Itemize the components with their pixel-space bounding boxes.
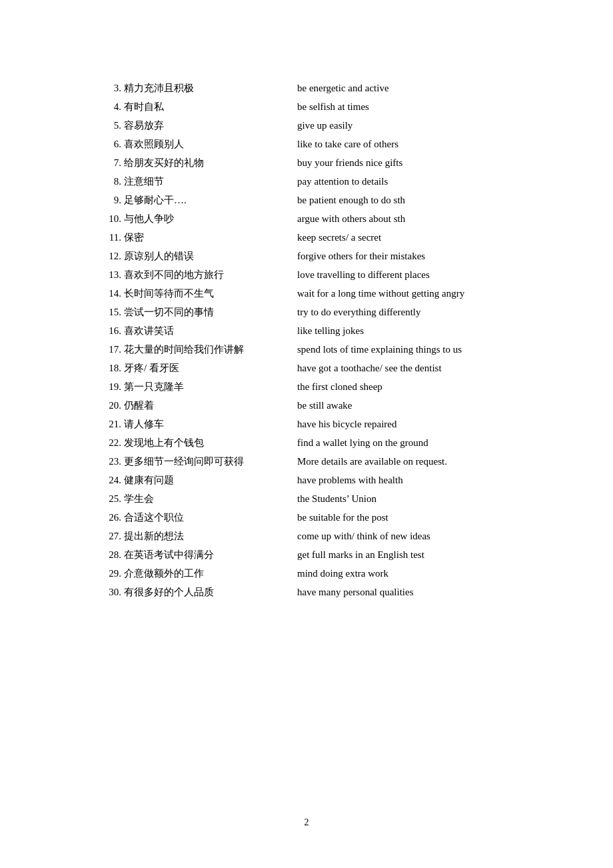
list-item: 26.合适这个职位be suitable for the post (100, 509, 560, 525)
item-english: be energetic and active (297, 80, 560, 96)
item-english: wait for a long time without getting ang… (297, 285, 560, 301)
item-english: mind doing extra work (297, 565, 560, 581)
item-english: like to take care of others (297, 136, 560, 152)
list-item: 7.给朋友买好的礼物buy your friends nice gifts (100, 155, 560, 171)
item-number: 16. (100, 323, 121, 339)
item-number: 18. (100, 360, 121, 376)
item-english: try to do everything differently (297, 304, 560, 320)
list-item: 28.在英语考试中得满分get full marks in an English… (100, 547, 560, 563)
page-container: 3.精力充沛且积极be energetic and active4.有时自私be… (0, 0, 613, 656)
item-english: pay attention to details (297, 173, 560, 189)
item-chinese: 给朋友买好的礼物 (124, 155, 284, 171)
item-english: get full marks in an English test (297, 547, 560, 563)
item-english: be patient enough to do sth (297, 192, 560, 208)
list-item: 27.提出新的想法come up with/ think of new idea… (100, 528, 560, 544)
item-chinese: 容易放弃 (124, 117, 284, 133)
item-number: 11. (100, 229, 121, 245)
item-number: 5. (100, 117, 121, 133)
item-number: 3. (100, 80, 121, 96)
list-item: 13.喜欢到不同的地方旅行love travelling to differen… (100, 267, 560, 283)
item-number: 8. (100, 173, 121, 189)
item-chinese: 牙疼/ 看牙医 (124, 360, 284, 376)
item-english: have problems with health (297, 472, 560, 488)
item-chinese: 提出新的想法 (124, 528, 284, 544)
item-chinese: 尝试一切不同的事情 (124, 304, 284, 320)
list-item: 3.精力充沛且积极be energetic and active (100, 80, 560, 96)
item-number: 26. (100, 509, 121, 525)
item-number: 29. (100, 565, 121, 581)
item-number: 25. (100, 491, 121, 507)
item-english: have got a toothache/ see the dentist (297, 360, 560, 376)
item-english: be selfish at times (297, 99, 560, 115)
list-item: 29.介意做额外的工作mind doing extra work (100, 565, 560, 581)
item-number: 20. (100, 397, 121, 413)
item-english: argue with others about sth (297, 211, 560, 227)
item-chinese: 请人修车 (124, 416, 284, 432)
item-chinese: 更多细节一经询问即可获得 (124, 453, 284, 469)
item-chinese: 原谅别人的错误 (124, 248, 284, 264)
item-chinese: 在英语考试中得满分 (124, 547, 284, 563)
item-number: 14. (100, 285, 121, 301)
item-number: 4. (100, 99, 121, 115)
list-item: 17.花大量的时间给我们作讲解spend lots of time explai… (100, 341, 560, 357)
item-chinese: 学生会 (124, 491, 284, 507)
item-chinese: 花大量的时间给我们作讲解 (124, 341, 284, 357)
list-item: 19.第一只克隆羊the first cloned sheep (100, 379, 560, 395)
item-english: forgive others for their mistakes (297, 248, 560, 264)
item-english: be still awake (297, 397, 560, 413)
item-number: 15. (100, 304, 121, 320)
list-item: 15.尝试一切不同的事情try to do everything differe… (100, 304, 560, 320)
item-number: 28. (100, 547, 121, 563)
item-chinese: 发现地上有个钱包 (124, 435, 284, 451)
vocab-list: 3.精力充沛且积极be energetic and active4.有时自私be… (100, 80, 560, 600)
list-item: 20.仍醒着be still awake (100, 397, 560, 413)
item-chinese: 介意做额外的工作 (124, 565, 284, 581)
item-english: come up with/ think of new ideas (297, 528, 560, 544)
item-english: love travelling to different places (297, 267, 560, 283)
item-english: have many personal qualities (297, 584, 560, 600)
item-english: give up easily (297, 117, 560, 133)
list-item: 22.发现地上有个钱包find a wallet lying on the gr… (100, 435, 560, 451)
list-item: 23.更多细节一经询问即可获得More details are availabl… (100, 453, 560, 469)
item-chinese: 合适这个职位 (124, 509, 284, 525)
list-item: 5.容易放弃give up easily (100, 117, 560, 133)
item-number: 10. (100, 211, 121, 227)
item-chinese: 仍醒着 (124, 397, 284, 413)
item-chinese: 长时间等待而不生气 (124, 285, 284, 301)
item-chinese: 保密 (124, 229, 284, 245)
list-item: 16.喜欢讲笑话like telling jokes (100, 323, 560, 339)
list-item: 14.长时间等待而不生气wait for a long time without… (100, 285, 560, 301)
item-chinese: 与他人争吵 (124, 211, 284, 227)
page-number: 2 (305, 817, 309, 828)
item-english: have his bicycle repaired (297, 416, 560, 432)
item-chinese: 喜欢讲笑话 (124, 323, 284, 339)
item-number: 21. (100, 416, 121, 432)
item-number: 19. (100, 379, 121, 395)
item-english: keep secrets/ a secret (297, 229, 560, 245)
item-chinese: 喜欢到不同的地方旅行 (124, 267, 284, 283)
item-chinese: 健康有问题 (124, 472, 284, 488)
list-item: 4.有时自私be selfish at times (100, 99, 560, 115)
item-number: 27. (100, 528, 121, 544)
item-chinese: 精力充沛且积极 (124, 80, 284, 96)
item-chinese: 有时自私 (124, 99, 284, 115)
item-english: the first cloned sheep (297, 379, 560, 395)
item-english: find a wallet lying on the ground (297, 435, 560, 451)
item-number: 9. (100, 192, 121, 208)
list-item: 30.有很多好的个人品质have many personal qualities (100, 584, 560, 600)
item-chinese: 足够耐心干…. (124, 192, 284, 208)
list-item: 12.原谅别人的错误forgive others for their mista… (100, 248, 560, 264)
item-english: More details are available on request. (297, 453, 560, 469)
list-item: 10.与他人争吵argue with others about sth (100, 211, 560, 227)
item-chinese: 喜欢照顾别人 (124, 136, 284, 152)
list-item: 18.牙疼/ 看牙医have got a toothache/ see the … (100, 360, 560, 376)
list-item: 8.注意细节pay attention to details (100, 173, 560, 189)
item-number: 13. (100, 267, 121, 283)
list-item: 25.学生会the Students’ Union (100, 491, 560, 507)
item-number: 17. (100, 341, 121, 357)
list-item: 21.请人修车have his bicycle repaired (100, 416, 560, 432)
item-number: 12. (100, 248, 121, 264)
list-item: 11.保密keep secrets/ a secret (100, 229, 560, 245)
item-english: like telling jokes (297, 323, 560, 339)
item-english: the Students’ Union (297, 491, 560, 507)
